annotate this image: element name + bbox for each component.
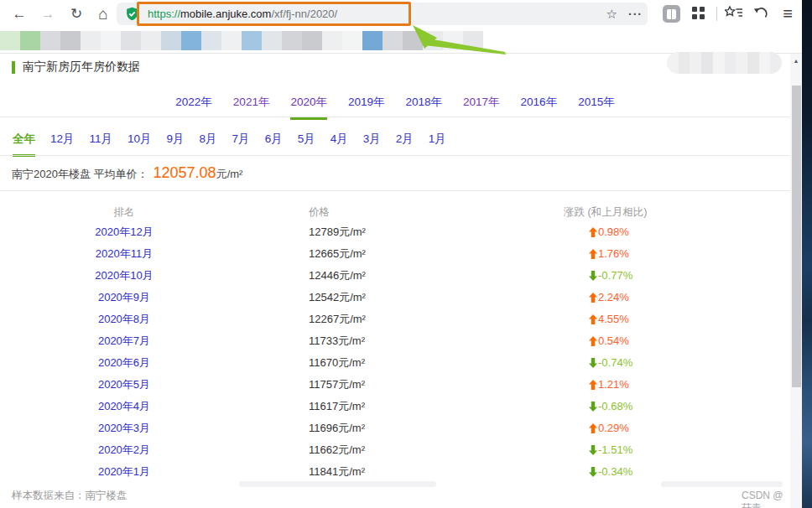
up-arrow-icon (589, 227, 597, 237)
change-value: -0.68% (598, 396, 632, 417)
price-value: 11670元/m² (309, 352, 365, 374)
page-title: 南宁新房历年房价数据 (23, 60, 140, 75)
change-cell: 1.76% (589, 243, 629, 265)
title-accent-bar (12, 61, 15, 74)
secure-shield-icon[interactable] (125, 7, 139, 24)
month-link[interactable]: 2020年4月 (0, 396, 248, 417)
average-price-unit: 元/m² (216, 167, 243, 182)
url-separator: :// (171, 8, 180, 20)
toolbar-divider (716, 7, 717, 21)
table-row: 2020年6月 11670元/m² -0.74% (0, 352, 790, 374)
table-row: 2020年7月 11733元/m² 0.54% (0, 330, 790, 352)
month-link[interactable]: 2020年1月 (0, 461, 248, 483)
url-text[interactable]: https://mobile.anjuke.com/xf/fj-nn/2020/ (148, 3, 337, 25)
menu-icon[interactable]: ≡ (776, 0, 799, 28)
redacted-smudge (661, 481, 783, 487)
url-host: mobile.anjuke.com (180, 8, 271, 20)
price-value: 11696元/m² (309, 417, 365, 439)
month-tabs: 全年 12月 11月 10月 9月 8月 7月 6月 5月 4月 3月 2月 1… (13, 132, 446, 157)
extension-book-icon[interactable] (663, 5, 680, 23)
tab-month-4[interactable]: 4月 (331, 132, 348, 157)
change-cell: -0.74% (589, 352, 632, 374)
price-value: 12665元/m² (309, 243, 366, 265)
month-link[interactable]: 2020年5月 (0, 374, 248, 396)
scrollbar-up-icon[interactable]: ▲ (790, 58, 802, 64)
address-bar[interactable]: https://mobile.anjuke.com/xf/fj-nn/2020/… (117, 3, 648, 25)
table-row: 2020年11月 12665元/m² 1.76% (0, 243, 790, 265)
change-value: 1.21% (598, 374, 629, 396)
tab-month-9[interactable]: 9月 (167, 132, 185, 157)
down-arrow-icon (589, 445, 597, 455)
undo-icon[interactable] (752, 6, 768, 25)
up-arrow-icon (589, 380, 597, 390)
tab-month-11[interactable]: 11月 (90, 132, 113, 157)
data-source-note: 样本数据来自：南宁楼盘 (12, 489, 128, 503)
forward-icon[interactable]: → (35, 0, 60, 28)
site-more-icon[interactable]: ··· (628, 3, 643, 25)
price-value: 12446元/m² (309, 265, 366, 287)
redacted-pill (667, 52, 782, 74)
tab-month-10[interactable]: 10月 (128, 132, 152, 157)
price-value: 11733元/m² (309, 330, 365, 352)
home-icon[interactable]: ⌂ (91, 0, 116, 28)
up-arrow-icon (589, 423, 597, 433)
back-icon[interactable]: ← (7, 0, 32, 28)
month-link[interactable]: 2020年3月 (0, 417, 248, 439)
desktop-wallpaper (802, 0, 812, 508)
table-row: 2020年1月 11841元/m² -0.34% (0, 461, 790, 483)
month-link[interactable]: 2020年8月 (0, 308, 248, 330)
month-link[interactable]: 2020年11月 (0, 243, 248, 265)
change-value: -0.74% (598, 352, 632, 374)
up-arrow-icon (589, 249, 597, 259)
change-value: 1.76% (598, 243, 629, 265)
up-arrow-icon (589, 314, 597, 324)
divider (0, 155, 790, 156)
bookmark-star-icon[interactable]: ☆ (606, 3, 617, 25)
csdn-watermark: CSDN @菇毒 (742, 490, 790, 508)
table-row: 2020年9月 12542元/m² 2.24% (0, 287, 790, 308)
up-arrow-icon (589, 293, 597, 303)
table-row: 2020年4月 11617元/m² -0.68% (0, 396, 790, 417)
collections-icon[interactable] (725, 6, 743, 23)
vertical-scrollbar[interactable]: ▲ (790, 54, 802, 508)
price-value: 11757元/m² (309, 374, 365, 396)
change-cell: -0.34% (589, 461, 632, 483)
tab-month-1[interactable]: 1月 (429, 132, 446, 157)
apps-grid-icon[interactable] (692, 7, 705, 19)
tab-month-7[interactable]: 7月 (232, 132, 250, 157)
tab-month-2[interactable]: 2月 (396, 132, 414, 157)
tab-month-8[interactable]: 8月 (200, 132, 217, 157)
month-link[interactable]: 2020年2月 (0, 439, 248, 461)
down-arrow-icon (589, 358, 597, 368)
month-link[interactable]: 2020年9月 (0, 287, 248, 308)
tab-month-6[interactable]: 6月 (265, 132, 283, 157)
change-cell: 2.24% (589, 287, 629, 308)
tab-month-5[interactable]: 5月 (298, 132, 315, 157)
average-price-value: 12057.08 (154, 164, 216, 182)
table-row: 2020年10月 12446元/m² -0.77% (0, 265, 790, 287)
tab-month-all[interactable]: 全年 (13, 132, 35, 157)
browser-toolbar: ← → ↻ ⌂ https://mobile.anjuke.com/xf/fj-… (0, 0, 802, 28)
header-price: 价格 (309, 205, 330, 220)
change-cell: 0.54% (589, 330, 629, 352)
change-value: 0.98% (598, 221, 629, 243)
month-link[interactable]: 2020年6月 (0, 352, 248, 374)
redacted-smudge (239, 481, 436, 487)
price-value: 11662元/m² (309, 439, 365, 461)
refresh-icon[interactable]: ↻ (64, 0, 89, 28)
scrollbar-thumb[interactable] (792, 86, 801, 387)
price-value: 11841元/m² (309, 461, 365, 483)
month-link[interactable]: 2020年7月 (0, 330, 248, 352)
month-link[interactable]: 2020年12月 (0, 221, 248, 243)
month-link[interactable]: 2020年10月 (0, 265, 248, 287)
change-value: 2.24% (598, 287, 629, 308)
change-cell: -0.68% (589, 396, 632, 417)
browser-window: ← → ↻ ⌂ https://mobile.anjuke.com/xf/fj-… (0, 0, 812, 508)
change-cell: 4.55% (589, 308, 629, 330)
change-cell: -0.77% (589, 265, 632, 287)
price-value: 12789元/m² (309, 221, 366, 243)
change-value: 0.54% (598, 330, 629, 352)
change-cell: 1.21% (589, 374, 629, 396)
tab-month-3[interactable]: 3月 (363, 132, 381, 157)
tab-month-12[interactable]: 12月 (50, 132, 75, 157)
